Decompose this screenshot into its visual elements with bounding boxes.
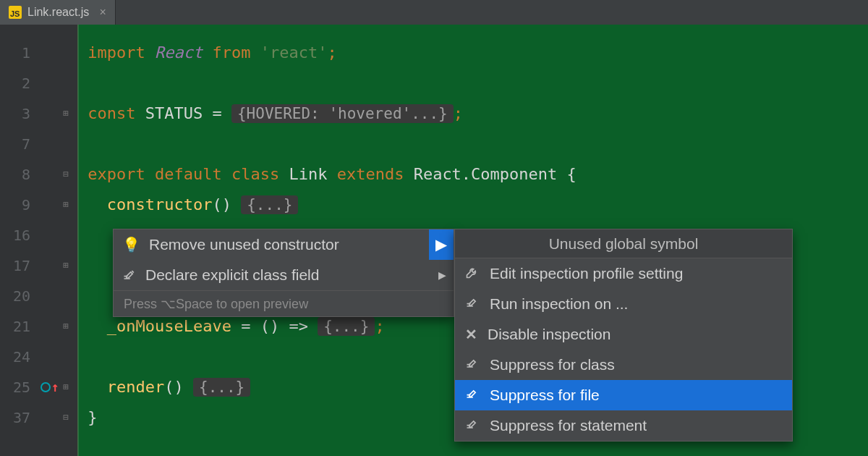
override-arrow-icon: ↑ — [51, 382, 59, 392]
fold-expand-icon[interactable]: ⊞ — [63, 98, 70, 129]
method-name: constructor — [107, 195, 213, 214]
intention-label: Remove unused constructor — [149, 236, 339, 253]
submenu-arrow-icon: ▶ — [429, 229, 454, 260]
keyword: extends — [337, 165, 404, 183]
keyword: import — [88, 43, 145, 62]
fold-expand-icon[interactable]: ⊞ — [63, 372, 70, 402]
punct: ; — [327, 43, 336, 62]
pencil-line-icon — [465, 387, 480, 405]
wrench-icon — [465, 265, 480, 283]
pencil-line-icon — [465, 295, 480, 313]
punct: } — [88, 408, 97, 426]
line-number: 25 — [0, 372, 38, 402]
submenu-arrow-icon: ▶ — [438, 269, 446, 281]
submenu-label: Edit inspection profile setting — [490, 265, 683, 282]
line-number: 16 — [0, 220, 38, 250]
submenu-suppress-for-file[interactable]: Suppress for file — [455, 380, 792, 410]
submenu-disable-inspection[interactable]: ✕ Disable inspection — [455, 319, 792, 350]
pencil-line-icon — [465, 417, 480, 435]
line-number: 7 — [0, 129, 38, 159]
identifier: React — [155, 43, 203, 62]
intention-popup: 💡 Remove unused constructor ▶ Declare ex… — [113, 229, 454, 317]
line-number: 8 — [0, 159, 38, 190]
x-icon: ✕ — [465, 326, 477, 343]
intention-remove-unused-constructor[interactable]: 💡 Remove unused constructor ▶ — [114, 229, 454, 260]
identifier: React.Component — [414, 165, 558, 183]
submenu-label: Suppress for file — [490, 387, 600, 404]
line-number: 20 — [0, 281, 38, 311]
fold-expand-icon[interactable]: ⊞ — [63, 311, 70, 342]
class-name: Link — [289, 165, 327, 183]
keyword: default — [155, 165, 222, 183]
fold-collapse-icon[interactable]: ⊟ — [63, 159, 70, 190]
override-circle-icon — [41, 382, 51, 392]
folded-region[interactable]: {...} — [193, 378, 250, 397]
submenu-suppress-for-class[interactable]: Suppress for class — [455, 350, 792, 380]
folded-region[interactable]: {...} — [318, 317, 375, 336]
method-name: render — [107, 378, 164, 396]
line-number: 21 — [0, 311, 38, 342]
pencil-line-icon — [122, 268, 137, 282]
line-number: 37 — [0, 402, 38, 433]
method-name: _onMouseLeave — [107, 317, 231, 335]
string-literal: 'react' — [260, 43, 328, 62]
line-number: 17 — [0, 250, 38, 281]
submenu-label: Suppress for class — [490, 356, 615, 373]
lightbulb-icon: 💡 — [122, 236, 140, 253]
intention-declare-explicit-class-field[interactable]: Declare explicit class field ▶ — [114, 260, 454, 290]
js-file-icon: JS — [9, 6, 22, 19]
submenu-label: Disable inspection — [488, 326, 610, 343]
line-number: 1 — [0, 38, 38, 68]
fold-expand-icon[interactable]: ⊞ — [63, 250, 70, 281]
submenu-header: Unused global symbol — [455, 229, 792, 258]
line-number: 3 — [0, 98, 38, 129]
keyword: export — [88, 165, 145, 183]
keyword: class — [231, 165, 279, 183]
submenu-suppress-for-statement[interactable]: Suppress for statement — [455, 410, 792, 441]
close-icon[interactable]: × — [99, 6, 106, 19]
line-number: 24 — [0, 342, 38, 372]
tab-bar: JS Link.react.js × — [0, 0, 868, 25]
keyword: from — [212, 43, 250, 62]
submenu-edit-inspection-profile[interactable]: Edit inspection profile setting — [455, 258, 792, 289]
override-marker[interactable]: ↑ — [41, 382, 59, 392]
submenu-label: Suppress for statement — [490, 417, 647, 434]
fold-expand-icon[interactable]: ⊞ — [63, 190, 70, 220]
fold-collapse-icon[interactable]: ⊟ — [63, 402, 70, 433]
intention-hint: Press ⌥Space to open preview — [114, 290, 454, 316]
keyword: const — [88, 104, 135, 122]
folded-region[interactable]: {HOVERED: 'hovered'...} — [231, 104, 454, 123]
intention-label: Declare explicit class field — [145, 266, 319, 284]
fold-gutter: ⊞ ⊟ ⊞ ⊞ ⊞ ↑ ⊞ ⊟ — [38, 25, 77, 456]
tab-filename: Link.react.js — [27, 6, 89, 19]
line-number: 9 — [0, 190, 38, 220]
file-tab[interactable]: JS Link.react.js × — [0, 0, 116, 25]
submenu-label: Run inspection on ... — [490, 295, 628, 313]
folded-region[interactable]: {...} — [241, 195, 298, 214]
inspection-submenu-popup: Unused global symbol Edit inspection pro… — [454, 229, 793, 442]
submenu-run-inspection-on[interactable]: Run inspection on ... — [455, 289, 792, 319]
line-number: 2 — [0, 68, 38, 98]
identifier: STATUS — [145, 104, 203, 122]
pencil-line-icon — [465, 356, 480, 374]
line-number-gutter: 1 2 3 7 8 9 16 17 20 21 24 25 37 — [0, 25, 38, 456]
